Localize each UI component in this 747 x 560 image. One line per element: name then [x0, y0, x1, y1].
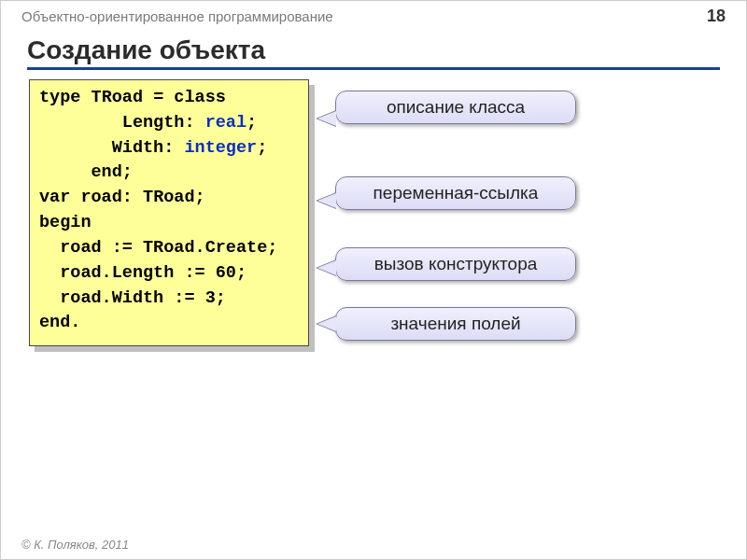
code-type: real — [205, 113, 247, 133]
code-text: Width: — [39, 138, 184, 158]
code-kw: end; — [39, 162, 133, 182]
callout-label: переменная-ссылка — [374, 183, 539, 203]
code-text: ; — [257, 138, 267, 158]
callout-label: вызов конструктора — [374, 254, 538, 273]
header-bar: Объектно-ориентированное программировани… — [1, 1, 746, 30]
code-box: type TRoad = class Length: real; Width: … — [29, 79, 309, 346]
title-block: Создание объекта — [1, 30, 746, 70]
callout-label: описание класса — [387, 97, 525, 117]
code-kw: end. — [39, 313, 80, 332]
code-text: ; — [247, 113, 257, 133]
callout-reference-variable: переменная-ссылка — [335, 176, 576, 210]
code-text: Length: — [39, 113, 205, 133]
code-kw: type — [39, 88, 80, 107]
code-kw: var — [39, 188, 70, 207]
code-kw: begin — [39, 213, 92, 232]
callout-label: значения полей — [390, 314, 520, 333]
code-kw: class — [174, 88, 226, 107]
slide-title: Создание объекта — [27, 35, 720, 70]
page-number: 18 — [707, 7, 726, 26]
course-label: Объектно-ориентированное программировани… — [21, 8, 333, 24]
code-text: road.Length := 60; — [39, 263, 247, 283]
callout-constructor-call: вызов конструктора — [335, 247, 576, 281]
callout-class-description: описание класса — [335, 91, 576, 124]
code-text: road := TRoad.Create; — [39, 238, 277, 258]
code-text: road.Width := 3; — [39, 288, 226, 308]
callout-field-values: значения полей — [335, 307, 576, 341]
code-type: integer — [184, 138, 257, 158]
code-text: TRoad = — [80, 88, 174, 107]
footer-copyright: © К. Поляков, 2011 — [21, 538, 129, 552]
code-text: road: TRoad; — [70, 188, 204, 207]
